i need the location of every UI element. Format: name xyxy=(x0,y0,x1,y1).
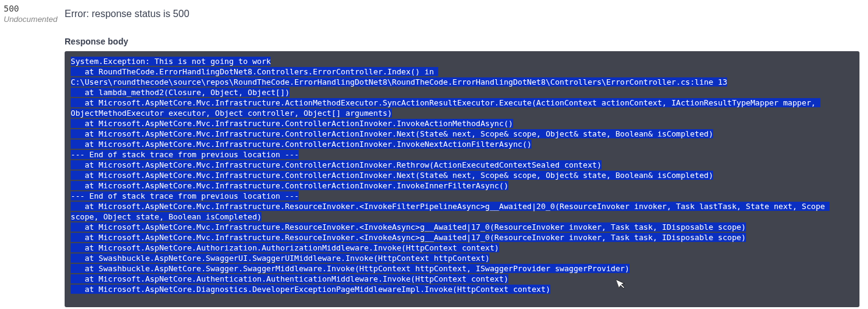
swagger-response-panel: 500 Undocumented Error: response status … xyxy=(0,0,868,307)
response-body-code[interactable]: System.Exception: This is not going to w… xyxy=(65,51,859,307)
status-column: 500 Undocumented xyxy=(4,4,65,307)
response-detail: Error: response status is 500 Response b… xyxy=(65,4,868,307)
status-code: 500 xyxy=(4,4,65,13)
status-undocumented: Undocumented xyxy=(4,15,65,24)
response-body-label: Response body xyxy=(65,37,859,46)
error-summary: Error: response status is 500 xyxy=(65,9,859,20)
